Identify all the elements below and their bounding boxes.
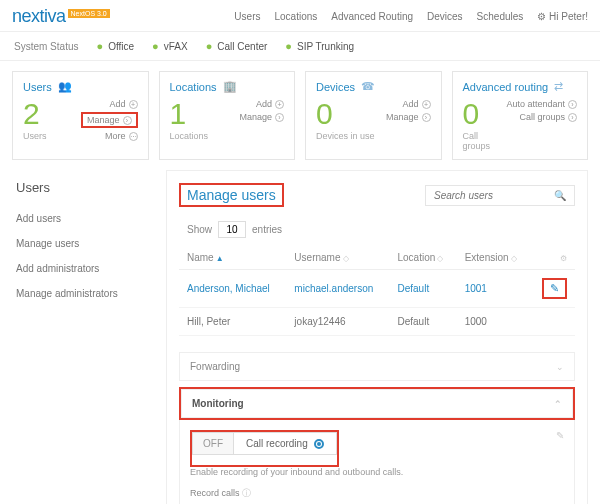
users-more-link[interactable]: More⋯: [81, 131, 138, 141]
call-recording-option[interactable]: Call recording: [234, 432, 337, 455]
cell-name[interactable]: Anderson, Michael: [179, 270, 286, 308]
card-locations-sub: Locations: [170, 131, 209, 141]
content-panel: Manage users 🔍 Show entries Name▲ Userna…: [166, 170, 588, 504]
col-settings: ⚙: [530, 246, 575, 270]
card-advanced-routing: Advanced routing ⇄ 0 Call groups Auto at…: [452, 71, 589, 160]
col-username[interactable]: Username◇: [286, 246, 389, 270]
card-locations: Locations 🏢 1 Locations Add+ Manage›: [159, 71, 296, 160]
pencil-icon[interactable]: ✎: [556, 430, 564, 441]
nav2-sip-trunking[interactable]: ●SIP Trunking: [285, 40, 354, 52]
settings-icon: ⚙: [560, 254, 567, 263]
locations-add-link[interactable]: Add+: [239, 99, 284, 109]
card-devices-count: 0: [316, 99, 375, 129]
cell-location: Default: [390, 270, 457, 308]
routing-auto-attendant-link[interactable]: Auto attendant›: [506, 99, 577, 109]
routing-call-groups-link[interactable]: Call groups›: [506, 112, 577, 122]
sidebar-add-administrators[interactable]: Add administrators: [12, 263, 154, 274]
radio-icon: [314, 439, 324, 449]
cell-username: michael.anderson: [286, 270, 389, 308]
accordion-forwarding[interactable]: Forwarding ⌄: [179, 352, 575, 381]
col-extension[interactable]: Extension◇: [457, 246, 531, 270]
gear-icon: ⚙: [537, 11, 546, 22]
users-add-link[interactable]: Add+: [81, 99, 138, 109]
card-routing-count: 0: [463, 99, 507, 129]
office-icon: ●: [96, 40, 103, 52]
accordion-monitoring[interactable]: Monitoring ⌃: [181, 389, 573, 418]
logo-badge: NextOS 3.0: [68, 9, 110, 18]
col-location[interactable]: Location◇: [390, 246, 457, 270]
logo-text: nextiva: [12, 6, 66, 27]
chevron-up-icon: ⌃: [554, 399, 562, 409]
locations-icon: 🏢: [223, 80, 237, 93]
table-row[interactable]: Anderson, Michael michael.anderson Defau…: [179, 270, 575, 308]
card-users-sub: Users: [23, 131, 47, 141]
devices-manage-link[interactable]: Manage›: [386, 112, 431, 122]
card-routing-title: Advanced routing: [463, 81, 549, 93]
cell-name[interactable]: Hill, Peter: [179, 308, 286, 336]
edit-icon[interactable]: ✎: [550, 282, 559, 294]
devices-add-link[interactable]: Add+: [386, 99, 431, 109]
greeting[interactable]: ⚙ Hi Peter!: [537, 11, 588, 22]
cell-extension: 1001: [457, 270, 531, 308]
page-title: Manage users: [187, 187, 276, 203]
search-icon: 🔍: [554, 190, 566, 201]
topnav-advanced-routing[interactable]: Advanced Routing: [331, 11, 413, 22]
nav2-system-status[interactable]: System Status: [14, 41, 78, 52]
sip-trunking-icon: ●: [285, 40, 292, 52]
sidebar-title: Users: [12, 180, 154, 195]
entries-input[interactable]: [218, 221, 246, 238]
nav2-office[interactable]: ●Office: [96, 40, 134, 52]
sidebar-manage-administrators[interactable]: Manage administrators: [12, 288, 154, 299]
card-devices: Devices ☎ 0 Devices in use Add+ Manage›: [305, 71, 442, 160]
cell-location: Default: [390, 308, 457, 336]
nav2-call-center[interactable]: ●Call Center: [206, 40, 268, 52]
sidebar: Users Add users Manage users Add adminis…: [12, 170, 154, 504]
card-routing-sub: Call groups: [463, 131, 507, 151]
monitoring-desc: Enable recording of your inbound and out…: [190, 467, 564, 477]
search-input[interactable]: [434, 190, 554, 201]
card-devices-sub: Devices in use: [316, 131, 375, 141]
call-center-icon: ●: [206, 40, 213, 52]
sidebar-add-users[interactable]: Add users: [12, 213, 154, 224]
search-box[interactable]: 🔍: [425, 185, 575, 206]
sidebar-manage-users[interactable]: Manage users: [12, 238, 154, 249]
vfax-icon: ●: [152, 40, 159, 52]
card-users-title: Users: [23, 81, 52, 93]
card-locations-count: 1: [170, 99, 209, 129]
devices-icon: ☎: [361, 80, 375, 93]
chevron-down-icon: ⌄: [556, 362, 564, 372]
card-locations-title: Locations: [170, 81, 217, 93]
summary-cards: Users 👥 2 Users Add+ Manage› More⋯ Locat…: [0, 61, 600, 170]
topnav-users[interactable]: Users: [234, 11, 260, 22]
topnav-schedules[interactable]: Schedules: [477, 11, 524, 22]
col-name[interactable]: Name▲: [179, 246, 286, 270]
users-manage-link[interactable]: Manage›: [81, 112, 138, 128]
record-calls-label: Record calls ⓘ: [190, 487, 564, 500]
table-row[interactable]: Hill, Peter jokay12446 Default 1000: [179, 308, 575, 336]
cell-extension: 1000: [457, 308, 531, 336]
logo[interactable]: nextiva NextOS 3.0: [12, 6, 110, 27]
topnav-devices[interactable]: Devices: [427, 11, 463, 22]
locations-manage-link[interactable]: Manage›: [239, 112, 284, 122]
card-users-count: 2: [23, 99, 47, 129]
topnav-locations[interactable]: Locations: [274, 11, 317, 22]
users-table: Name▲ Username◇ Location◇ Extension◇ ⚙ A…: [179, 246, 575, 336]
top-nav: Users Locations Advanced Routing Devices…: [234, 11, 588, 22]
cell-username: jokay12446: [286, 308, 389, 336]
routing-icon: ⇄: [554, 80, 563, 93]
monitoring-toggle[interactable]: OFF: [192, 432, 234, 455]
users-icon: 👥: [58, 80, 72, 93]
nav2-vfax[interactable]: ●vFAX: [152, 40, 188, 52]
card-users: Users 👥 2 Users Add+ Manage› More⋯: [12, 71, 149, 160]
card-devices-title: Devices: [316, 81, 355, 93]
secondary-nav: System Status ●Office ●vFAX ●Call Center…: [0, 32, 600, 61]
entries-control: Show entries: [179, 221, 575, 238]
monitoring-body: OFF Call recording ✎ Enable recording of…: [179, 420, 575, 504]
